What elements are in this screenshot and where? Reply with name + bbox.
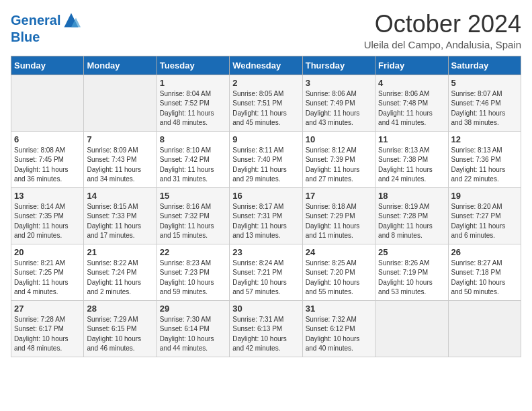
calendar-cell: 17Sunrise: 8:18 AMSunset: 7:29 PMDayligh… [302,187,375,244]
cell-content: Sunrise: 7:29 AMSunset: 6:15 PMDaylight:… [87,315,153,354]
cell-content: Sunrise: 8:13 AMSunset: 7:38 PMDaylight:… [378,146,445,185]
cell-content: Sunrise: 8:21 AMSunset: 7:25 PMDaylight:… [14,259,81,298]
calendar-cell: 16Sunrise: 8:17 AMSunset: 7:31 PMDayligh… [230,187,302,244]
week-row-1: 1Sunrise: 8:04 AMSunset: 7:52 PMDaylight… [11,75,521,131]
weekday-tuesday: Tuesday [157,56,229,75]
day-number: 25 [378,247,445,257]
logo-icon [62,11,81,30]
day-number: 13 [14,191,81,201]
calendar-cell: 1Sunrise: 8:04 AMSunset: 7:52 PMDaylight… [157,75,229,131]
cell-content: Sunrise: 8:14 AMSunset: 7:35 PMDaylight:… [14,202,81,241]
week-row-5: 27Sunrise: 7:28 AMSunset: 6:17 PMDayligh… [11,300,521,357]
day-number: 11 [378,134,445,144]
calendar-cell: 13Sunrise: 8:14 AMSunset: 7:35 PMDayligh… [11,187,84,244]
cell-content: Sunrise: 8:15 AMSunset: 7:33 PMDaylight:… [87,202,153,241]
day-number: 8 [160,134,226,144]
calendar-cell: 7Sunrise: 8:09 AMSunset: 7:43 PMDaylight… [84,131,157,187]
calendar-cell: 26Sunrise: 8:27 AMSunset: 7:18 PMDayligh… [448,244,521,300]
day-number: 19 [451,191,518,201]
cell-content: Sunrise: 8:19 AMSunset: 7:28 PMDaylight:… [378,202,445,241]
title-block: October 2024 Uleila del Campo, Andalusia… [364,11,521,50]
calendar-cell: 25Sunrise: 8:26 AMSunset: 7:19 PMDayligh… [375,244,448,300]
weekday-monday: Monday [84,56,157,75]
day-number: 28 [87,304,153,314]
calendar-cell: 4Sunrise: 8:06 AMSunset: 7:48 PMDaylight… [375,75,448,131]
day-number: 23 [232,247,299,257]
day-number: 30 [232,304,299,314]
cell-content: Sunrise: 8:17 AMSunset: 7:31 PMDaylight:… [232,202,299,241]
day-number: 15 [160,191,226,201]
day-number: 24 [306,247,372,257]
calendar-cell [84,75,157,131]
calendar-cell: 24Sunrise: 8:25 AMSunset: 7:20 PMDayligh… [302,244,375,300]
weekday-header-row: SundayMondayTuesdayWednesdayThursdayFrid… [11,56,521,75]
calendar-cell: 29Sunrise: 7:30 AMSunset: 6:14 PMDayligh… [157,300,229,357]
day-number: 1 [160,78,226,88]
cell-content: Sunrise: 8:18 AMSunset: 7:29 PMDaylight:… [306,202,372,241]
day-number: 21 [87,247,153,257]
day-number: 29 [160,304,226,314]
day-number: 16 [232,191,299,201]
cell-content: Sunrise: 8:23 AMSunset: 7:23 PMDaylight:… [160,259,226,298]
cell-content: Sunrise: 8:08 AMSunset: 7:45 PMDaylight:… [14,146,81,185]
cell-content: Sunrise: 8:06 AMSunset: 7:48 PMDaylight:… [378,89,445,128]
cell-content: Sunrise: 8:06 AMSunset: 7:49 PMDaylight:… [306,89,372,128]
cell-content: Sunrise: 7:31 AMSunset: 6:13 PMDaylight:… [232,315,299,354]
calendar-cell [448,300,521,357]
cell-content: Sunrise: 8:09 AMSunset: 7:43 PMDaylight:… [87,146,153,185]
day-number: 18 [378,191,445,201]
weekday-saturday: Saturday [448,56,521,75]
calendar-cell: 6Sunrise: 8:08 AMSunset: 7:45 PMDaylight… [11,131,84,187]
calendar-cell: 8Sunrise: 8:10 AMSunset: 7:42 PMDaylight… [157,131,229,187]
logo-blue: Blue [11,30,81,44]
day-number: 4 [378,78,445,88]
day-number: 27 [14,304,81,314]
logo-text: General [11,13,60,28]
calendar-cell: 10Sunrise: 8:12 AMSunset: 7:39 PMDayligh… [302,131,375,187]
page-header: General Blue October 2024 Uleila del Cam… [11,11,521,50]
cell-content: Sunrise: 7:28 AMSunset: 6:17 PMDaylight:… [14,315,81,354]
cell-content: Sunrise: 8:10 AMSunset: 7:42 PMDaylight:… [160,146,226,185]
cell-content: Sunrise: 8:27 AMSunset: 7:18 PMDaylight:… [451,259,518,298]
cell-content: Sunrise: 8:24 AMSunset: 7:21 PMDaylight:… [232,259,299,298]
cell-content: Sunrise: 8:11 AMSunset: 7:40 PMDaylight:… [232,146,299,185]
day-number: 9 [232,134,299,144]
week-row-4: 20Sunrise: 8:21 AMSunset: 7:25 PMDayligh… [11,244,521,300]
calendar-cell: 11Sunrise: 8:13 AMSunset: 7:38 PMDayligh… [375,131,448,187]
calendar-cell: 19Sunrise: 8:20 AMSunset: 7:27 PMDayligh… [448,187,521,244]
calendar-cell: 20Sunrise: 8:21 AMSunset: 7:25 PMDayligh… [11,244,84,300]
cell-content: Sunrise: 8:26 AMSunset: 7:19 PMDaylight:… [378,259,445,298]
calendar-cell: 31Sunrise: 7:32 AMSunset: 6:12 PMDayligh… [302,300,375,357]
calendar-cell: 18Sunrise: 8:19 AMSunset: 7:28 PMDayligh… [375,187,448,244]
cell-content: Sunrise: 8:12 AMSunset: 7:39 PMDaylight:… [306,146,372,185]
calendar-cell: 28Sunrise: 7:29 AMSunset: 6:15 PMDayligh… [84,300,157,357]
calendar-cell: 14Sunrise: 8:15 AMSunset: 7:33 PMDayligh… [84,187,157,244]
day-number: 2 [232,78,299,88]
location: Uleila del Campo, Andalusia, Spain [364,39,521,50]
calendar-cell: 15Sunrise: 8:16 AMSunset: 7:32 PMDayligh… [157,187,229,244]
cell-content: Sunrise: 8:25 AMSunset: 7:20 PMDaylight:… [306,259,372,298]
cell-content: Sunrise: 8:20 AMSunset: 7:27 PMDaylight:… [451,202,518,241]
week-row-2: 6Sunrise: 8:08 AMSunset: 7:45 PMDaylight… [11,131,521,187]
weekday-thursday: Thursday [302,56,375,75]
day-number: 7 [87,134,153,144]
week-row-3: 13Sunrise: 8:14 AMSunset: 7:35 PMDayligh… [11,187,521,244]
calendar-cell: 9Sunrise: 8:11 AMSunset: 7:40 PMDaylight… [230,131,302,187]
calendar-cell: 22Sunrise: 8:23 AMSunset: 7:23 PMDayligh… [157,244,229,300]
day-number: 31 [306,304,372,314]
calendar-cell [375,300,448,357]
calendar-cell: 23Sunrise: 8:24 AMSunset: 7:21 PMDayligh… [230,244,302,300]
calendar-cell: 21Sunrise: 8:22 AMSunset: 7:24 PMDayligh… [84,244,157,300]
calendar-cell: 27Sunrise: 7:28 AMSunset: 6:17 PMDayligh… [11,300,84,357]
cell-content: Sunrise: 7:30 AMSunset: 6:14 PMDaylight:… [160,315,226,354]
calendar-cell: 5Sunrise: 8:07 AMSunset: 7:46 PMDaylight… [448,75,521,131]
weekday-friday: Friday [375,56,448,75]
day-number: 6 [14,134,81,144]
logo: General Blue [11,11,81,44]
calendar-cell: 30Sunrise: 7:31 AMSunset: 6:13 PMDayligh… [230,300,302,357]
cell-content: Sunrise: 8:04 AMSunset: 7:52 PMDaylight:… [160,89,226,128]
day-number: 17 [306,191,372,201]
day-number: 10 [306,134,372,144]
weekday-wednesday: Wednesday [230,56,302,75]
day-number: 3 [306,78,372,88]
